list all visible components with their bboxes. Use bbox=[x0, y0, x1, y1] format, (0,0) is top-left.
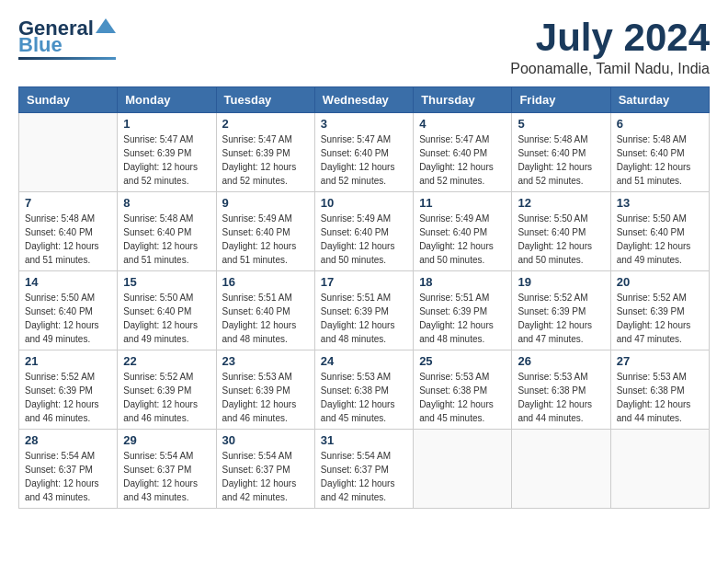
day-info: Sunrise: 5:50 AMSunset: 6:40 PMDaylight:… bbox=[518, 212, 604, 267]
day-number: 2 bbox=[222, 117, 309, 131]
day-number: 7 bbox=[25, 196, 111, 210]
day-info: Sunrise: 5:54 AMSunset: 6:37 PMDaylight:… bbox=[25, 449, 111, 504]
calendar-week-row: 1Sunrise: 5:47 AMSunset: 6:39 PMDaylight… bbox=[19, 113, 710, 192]
day-info: Sunrise: 5:53 AMSunset: 6:38 PMDaylight:… bbox=[321, 370, 407, 425]
header-thursday: Thursday bbox=[414, 87, 512, 113]
day-number: 29 bbox=[123, 433, 210, 447]
header-monday: Monday bbox=[118, 87, 216, 113]
day-info: Sunrise: 5:51 AMSunset: 6:40 PMDaylight:… bbox=[222, 291, 309, 346]
day-number: 18 bbox=[419, 275, 506, 289]
day-info: Sunrise: 5:53 AMSunset: 6:38 PMDaylight:… bbox=[518, 370, 604, 425]
day-info: Sunrise: 5:52 AMSunset: 6:39 PMDaylight:… bbox=[25, 370, 111, 425]
calendar-week-row: 28Sunrise: 5:54 AMSunset: 6:37 PMDayligh… bbox=[19, 430, 710, 509]
day-info: Sunrise: 5:49 AMSunset: 6:40 PMDaylight:… bbox=[419, 212, 506, 267]
table-row: 12Sunrise: 5:50 AMSunset: 6:40 PMDayligh… bbox=[512, 192, 610, 271]
header-friday: Friday bbox=[512, 87, 610, 113]
day-number: 25 bbox=[419, 354, 506, 368]
day-info: Sunrise: 5:51 AMSunset: 6:39 PMDaylight:… bbox=[419, 291, 506, 346]
table-row: 6Sunrise: 5:48 AMSunset: 6:40 PMDaylight… bbox=[610, 113, 709, 192]
table-row: 25Sunrise: 5:53 AMSunset: 6:38 PMDayligh… bbox=[414, 350, 512, 430]
calendar-week-row: 14Sunrise: 5:50 AMSunset: 6:40 PMDayligh… bbox=[19, 271, 710, 350]
table-row: 11Sunrise: 5:49 AMSunset: 6:40 PMDayligh… bbox=[414, 192, 512, 271]
logo: General Blue bbox=[18, 18, 116, 60]
day-info: Sunrise: 5:53 AMSunset: 6:39 PMDaylight:… bbox=[222, 370, 309, 425]
header-saturday: Saturday bbox=[610, 87, 709, 113]
table-row: 24Sunrise: 5:53 AMSunset: 6:38 PMDayligh… bbox=[314, 350, 413, 430]
day-number: 27 bbox=[617, 354, 703, 368]
table-row bbox=[512, 430, 610, 509]
table-row: 1Sunrise: 5:47 AMSunset: 6:39 PMDaylight… bbox=[118, 113, 216, 192]
table-row: 13Sunrise: 5:50 AMSunset: 6:40 PMDayligh… bbox=[610, 192, 709, 271]
day-number: 19 bbox=[518, 275, 604, 289]
table-row: 16Sunrise: 5:51 AMSunset: 6:40 PMDayligh… bbox=[216, 271, 314, 350]
day-info: Sunrise: 5:54 AMSunset: 6:37 PMDaylight:… bbox=[123, 449, 210, 504]
day-info: Sunrise: 5:47 AMSunset: 6:39 PMDaylight:… bbox=[123, 132, 210, 188]
day-number: 11 bbox=[419, 196, 506, 210]
day-info: Sunrise: 5:48 AMSunset: 6:40 PMDaylight:… bbox=[25, 212, 111, 267]
month-title: July 2024 bbox=[510, 18, 710, 57]
day-number: 15 bbox=[123, 275, 210, 289]
location: Poonamalle, Tamil Nadu, India bbox=[510, 61, 710, 77]
logo-underline bbox=[18, 57, 116, 60]
day-number: 20 bbox=[617, 275, 703, 289]
day-info: Sunrise: 5:50 AMSunset: 6:40 PMDaylight:… bbox=[25, 291, 111, 346]
table-row: 21Sunrise: 5:52 AMSunset: 6:39 PMDayligh… bbox=[19, 350, 118, 430]
table-row: 10Sunrise: 5:49 AMSunset: 6:40 PMDayligh… bbox=[314, 192, 413, 271]
header-wednesday: Wednesday bbox=[314, 87, 413, 113]
day-info: Sunrise: 5:52 AMSunset: 6:39 PMDaylight:… bbox=[617, 291, 703, 346]
day-number: 4 bbox=[419, 117, 506, 131]
table-row: 30Sunrise: 5:54 AMSunset: 6:37 PMDayligh… bbox=[216, 430, 314, 509]
table-row: 5Sunrise: 5:48 AMSunset: 6:40 PMDaylight… bbox=[512, 113, 610, 192]
calendar-week-row: 7Sunrise: 5:48 AMSunset: 6:40 PMDaylight… bbox=[19, 192, 710, 271]
day-info: Sunrise: 5:50 AMSunset: 6:40 PMDaylight:… bbox=[123, 291, 210, 346]
day-number: 28 bbox=[25, 433, 111, 447]
day-number: 17 bbox=[321, 275, 407, 289]
table-row: 14Sunrise: 5:50 AMSunset: 6:40 PMDayligh… bbox=[19, 271, 118, 350]
day-number: 6 bbox=[617, 117, 703, 131]
day-number: 5 bbox=[518, 117, 604, 131]
table-row: 2Sunrise: 5:47 AMSunset: 6:39 PMDaylight… bbox=[216, 113, 314, 192]
calendar-week-row: 21Sunrise: 5:52 AMSunset: 6:39 PMDayligh… bbox=[19, 350, 710, 430]
table-row bbox=[19, 113, 118, 192]
table-row: 7Sunrise: 5:48 AMSunset: 6:40 PMDaylight… bbox=[19, 192, 118, 271]
table-row: 4Sunrise: 5:47 AMSunset: 6:40 PMDaylight… bbox=[414, 113, 512, 192]
table-row: 3Sunrise: 5:47 AMSunset: 6:40 PMDaylight… bbox=[314, 113, 413, 192]
logo-blue: Blue bbox=[18, 35, 63, 55]
table-row: 19Sunrise: 5:52 AMSunset: 6:39 PMDayligh… bbox=[512, 271, 610, 350]
day-info: Sunrise: 5:54 AMSunset: 6:37 PMDaylight:… bbox=[222, 449, 309, 504]
table-row: 31Sunrise: 5:54 AMSunset: 6:37 PMDayligh… bbox=[314, 430, 413, 509]
table-row: 22Sunrise: 5:52 AMSunset: 6:39 PMDayligh… bbox=[118, 350, 216, 430]
table-row: 28Sunrise: 5:54 AMSunset: 6:37 PMDayligh… bbox=[19, 430, 118, 509]
day-number: 10 bbox=[321, 196, 407, 210]
day-info: Sunrise: 5:48 AMSunset: 6:40 PMDaylight:… bbox=[123, 212, 210, 267]
table-row: 20Sunrise: 5:52 AMSunset: 6:39 PMDayligh… bbox=[610, 271, 709, 350]
day-info: Sunrise: 5:48 AMSunset: 6:40 PMDaylight:… bbox=[518, 132, 604, 188]
day-number: 23 bbox=[222, 354, 309, 368]
day-number: 3 bbox=[321, 117, 407, 131]
table-row: 15Sunrise: 5:50 AMSunset: 6:40 PMDayligh… bbox=[118, 271, 216, 350]
header-tuesday: Tuesday bbox=[216, 87, 314, 113]
day-info: Sunrise: 5:54 AMSunset: 6:37 PMDaylight:… bbox=[321, 449, 407, 504]
day-info: Sunrise: 5:49 AMSunset: 6:40 PMDaylight:… bbox=[222, 212, 309, 267]
day-number: 31 bbox=[321, 433, 407, 447]
day-number: 8 bbox=[123, 196, 210, 210]
logo-bird-icon bbox=[96, 17, 116, 37]
table-row bbox=[610, 430, 709, 509]
day-number: 22 bbox=[123, 354, 210, 368]
day-info: Sunrise: 5:47 AMSunset: 6:40 PMDaylight:… bbox=[419, 132, 506, 188]
day-info: Sunrise: 5:47 AMSunset: 6:40 PMDaylight:… bbox=[321, 132, 407, 188]
calendar-header-row: Sunday Monday Tuesday Wednesday Thursday… bbox=[19, 87, 710, 113]
day-number: 21 bbox=[25, 354, 111, 368]
day-info: Sunrise: 5:52 AMSunset: 6:39 PMDaylight:… bbox=[518, 291, 604, 346]
day-number: 16 bbox=[222, 275, 309, 289]
table-row: 29Sunrise: 5:54 AMSunset: 6:37 PMDayligh… bbox=[118, 430, 216, 509]
table-row bbox=[414, 430, 512, 509]
day-number: 1 bbox=[123, 117, 210, 131]
header-sunday: Sunday bbox=[19, 87, 118, 113]
table-row: 8Sunrise: 5:48 AMSunset: 6:40 PMDaylight… bbox=[118, 192, 216, 271]
table-row: 27Sunrise: 5:53 AMSunset: 6:38 PMDayligh… bbox=[610, 350, 709, 430]
day-info: Sunrise: 5:51 AMSunset: 6:39 PMDaylight:… bbox=[321, 291, 407, 346]
day-info: Sunrise: 5:49 AMSunset: 6:40 PMDaylight:… bbox=[321, 212, 407, 267]
day-info: Sunrise: 5:53 AMSunset: 6:38 PMDaylight:… bbox=[419, 370, 506, 425]
day-number: 13 bbox=[617, 196, 703, 210]
